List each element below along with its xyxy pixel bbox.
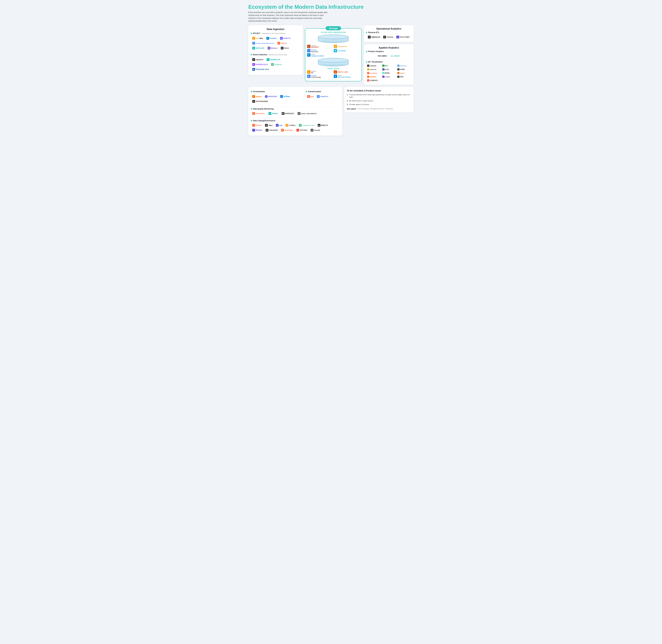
catalog-logos: ∿ Alation A Alex a asg ≡ Collibra C CO [251, 122, 340, 133]
logo-collibra: ≡ Collibra [285, 123, 297, 127]
logo-smartlogic: S Smartlogic [280, 128, 294, 132]
page-title: Ecosystem of the Modern Data Infrastruct… [248, 4, 414, 10]
logo-congruity: C CONGRUITY:360 [298, 123, 315, 127]
logo-amundsen: A Amundsen [252, 112, 266, 115]
transformation-label: Transformation [306, 91, 340, 93]
data-lakes-title: DATA LAKES [307, 68, 360, 69]
logo-snowflake: ❄ snowflake [334, 49, 360, 52]
disk-visual [307, 34, 360, 43]
logo-powerbi: P Power BI [367, 68, 381, 71]
logo-domo: D DOMO [397, 68, 411, 71]
storage-card: Storage CLOUD DATA WAREHOUSE ▲ amazonRED… [305, 28, 362, 81]
footer-copyright: © 2021 Indicative | All Rights Reserved [357, 108, 384, 110]
logo-treasure-data: ◆ TREASURE DATA [252, 67, 270, 71]
logo-alation: ∿ Alation [252, 123, 263, 127]
logo-azure-synapse: S AzureSynapse Analytics [307, 53, 360, 57]
op-analytics-title: Operational Analytics [366, 27, 411, 30]
logo-marquez: M MARQUEZ [281, 112, 295, 115]
logo-indicative: ind:cative [377, 54, 388, 58]
logo-qlik: Q Qlik [382, 64, 396, 67]
orchestration-section: Orchestration T talend D DAGSTER ▷ [251, 89, 304, 105]
logo-asg: a asg [275, 123, 283, 127]
reverse-etl-logos: H hightouch C Census ▲ POLYTOMIC [366, 34, 411, 40]
logo-metabase: M Metabase [397, 64, 411, 67]
applied-analytics-card: Applied Analytics Product Analytics ind:… [364, 44, 414, 85]
logo-alex: A Alex [264, 123, 274, 127]
logo-amazon-redshift: ▲ amazonREDSHIFT [307, 45, 333, 48]
inclusion-item-1: Connect directly to the cloud data wareh… [347, 93, 411, 98]
logo-amazon-s3: ▲ amazonS3 [307, 70, 333, 74]
logo-mode: M MODE [382, 71, 396, 75]
inclusion-title: To be included a Product must: [347, 89, 411, 92]
logo-census: C Census [382, 35, 394, 39]
logo-astronomer: ✦ ASTRONOMER [252, 99, 269, 104]
logo-gooddata: G GoodData [367, 71, 381, 75]
warehouse-logos-grid: ▲ amazonREDSHIFT ⬡ Yellowbrick ⌕ GoogleB… [307, 45, 360, 57]
orchestration-label: Orchestration [251, 91, 302, 93]
footer-date: 31/03/2021 [385, 108, 393, 110]
logo-matillion: M MATILLION [252, 46, 265, 50]
logo-segment: S Segment [270, 63, 283, 67]
transformation-logos: ✕ dbt D dataform [306, 93, 340, 100]
data-ingestion-title: Data Ingestion [251, 28, 300, 31]
bottom-section: Orchestration T talend D DAGSTER ▷ [248, 87, 414, 136]
lakes-disk-visual [307, 58, 360, 66]
logo-immuta: ▬ IMMUTA [317, 123, 329, 127]
logo-rakam: ||| rakam [390, 54, 401, 58]
logo-meltano: M Meltano [267, 46, 278, 50]
transformation-section: Transformation ✕ dbt D dataform [304, 89, 340, 105]
orch-transform-row: Orchestration T talend D DAGSTER ▷ [251, 89, 340, 105]
reverse-etl-label: Reverse ETL [366, 31, 411, 33]
orchestration-logos: T talend D DAGSTER ▷ Airflow ✦ [251, 93, 302, 105]
storage-badge: Storage [326, 26, 341, 30]
logo-ovaledge: O OVALEDGE [265, 128, 279, 132]
cloud-dw-title: CLOUD DATA WAREHOUSE [307, 31, 360, 33]
logo-snowplow: ❄ SNOWPLOW [266, 58, 281, 62]
top-section: Data Ingestion ETL/ELT Databases & 3rd P… [248, 25, 414, 85]
logo-great-expectations: G great_expectations [297, 112, 317, 115]
header-description: Every business can now build a powerful,… [248, 11, 328, 23]
event-logo-grid: ≋ mparticle ❄ SNOWPLOW R RUDDERSTACK S S… [251, 56, 300, 73]
logo-stitch: S Stitch [280, 46, 290, 50]
logo-polytomic: ▲ POLYTOMIC [396, 35, 410, 39]
data-ingestion-card: Data Ingestion ETL/ELT Databases & 3rd P… [248, 25, 303, 75]
logo-gomdata: G GOMDATA [367, 79, 396, 82]
logo-aws-glue: ▲ awsGlue [252, 36, 264, 40]
product-analytics-label: Product Analytics [366, 50, 411, 52]
logo-delta-lake: △ DELTA LAKE [334, 70, 360, 74]
product-analytics-logos: ind:cative ||| rakam [366, 53, 411, 59]
logo-azure-dls: A AzureData Lake Storage [334, 75, 360, 78]
logo-gcf: G Google Cloud Data Fusion [252, 41, 275, 45]
logo-looker: L Looker [382, 75, 396, 78]
logo-talend: T talend [252, 94, 262, 98]
dq-section-label: Data Quality Monitoring [251, 108, 340, 110]
bi-logos-grid: S SISENSE Q Qlik M Metabase P Power BI [366, 64, 411, 83]
logo-airflow: ▷ Airflow [279, 94, 291, 98]
logo-dagster: D DAGSTER [264, 94, 278, 98]
lakes-logos-grid: ▲ amazonS3 △ DELTA LAKE G GoogleCloud St… [307, 70, 360, 78]
logo-hightouch: H hightouch [367, 35, 381, 39]
logo-octopai: 🐙 OCTOPAI [295, 128, 308, 132]
logo-infogix: i INFOGIX [252, 128, 263, 132]
inclusion-list: Connect directly to the cloud data wareh… [347, 93, 411, 106]
bottom-main-card: Orchestration T talend D DAGSTER ▷ [248, 87, 342, 136]
logo-fivetran: F Fivetran [265, 36, 278, 40]
logo-truedat: ∅ /truedat [310, 128, 321, 132]
catalog-section-label: Data Catalog/Governance [251, 120, 340, 122]
logo-sisense: S SISENSE [367, 64, 381, 67]
page-wrapper: Ecosystem of the Modern Data Infrastruct… [248, 4, 414, 136]
inclusion-item-2: Be self-service or open-source. [347, 99, 411, 102]
logo-airbyte: A AIRBYTE [279, 36, 292, 40]
logo-datakin: ⚙ datakin [268, 112, 279, 115]
logo-xplenty: X xplenty [277, 41, 288, 45]
etl-section-label: ETL/ELT Databases & 3rd Party Systems [251, 32, 300, 34]
bi-viz-label: BI / Visualization [366, 61, 411, 63]
bottom-right-col: To be included a Product must: Connect d… [344, 87, 414, 112]
logo-dbt: ✕ dbt [306, 94, 315, 98]
right-col: Operational Analytics Reverse ETL H high… [364, 25, 414, 85]
operational-analytics-card: Operational Analytics Reverse ETL H high… [364, 25, 414, 42]
inclusion-criteria-card: To be included a Product must: Connect d… [344, 87, 414, 112]
logo-plotly: P plotly [382, 68, 396, 71]
inclusion-item-3: Provide value in ≤3 hours. [347, 103, 411, 106]
dq-logos: A Amundsen ⚙ datakin M MARQUEZ G great_e… [251, 111, 340, 116]
